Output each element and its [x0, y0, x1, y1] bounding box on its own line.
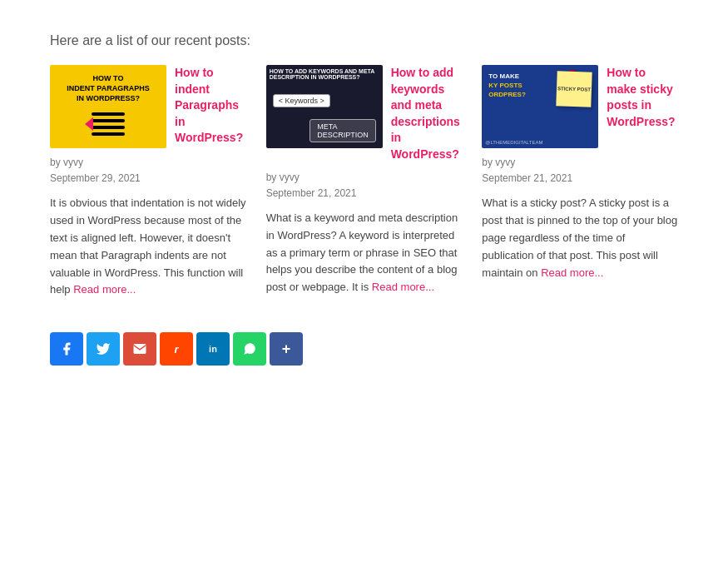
read-more-2[interactable]: Read more... — [372, 281, 434, 293]
post-excerpt-2: What is a keyword and meta description i… — [266, 210, 463, 296]
svg-rect-0 — [92, 112, 125, 116]
share-linkedin-button[interactable]: in — [196, 332, 230, 366]
post-meta-1: by vyvy September 29, 2021 — [50, 155, 246, 187]
svg-rect-1 — [92, 119, 125, 122]
share-more-button[interactable]: + — [270, 332, 303, 366]
post-meta-3: by vyvy September 21, 2021 — [482, 155, 678, 187]
thumbnail-1: HOW TOINDENT PARAGRAPHSIN WORDPRESS? — [50, 65, 166, 148]
thumb-2-inner: < Keywords > METADESCRIPTION — [266, 87, 383, 148]
twitter-icon — [96, 341, 111, 356]
whatsapp-icon — [242, 341, 257, 356]
post-meta-2: by vyvy September 21, 2021 — [266, 170, 463, 201]
keyword-box: < Keywords > — [273, 94, 330, 107]
post-excerpt-1: It is obvious that indentation is not wi… — [50, 195, 246, 299]
thumb-3-inner: TO MAKE KY POSTSORDPRES? STICKY POST @LT… — [482, 65, 598, 148]
post-top-2: HOW TO ADD KEYWORDS AND META DESCRIPTION… — [266, 65, 463, 163]
svg-marker-4 — [85, 117, 93, 131]
share-facebook-button[interactable] — [50, 332, 83, 366]
posts-grid: HOW TOINDENT PARAGRAPHSIN WORDPRESS? How… — [50, 65, 678, 299]
thumbnail-2: HOW TO ADD KEYWORDS AND META DESCRIPTION… — [266, 65, 383, 148]
sticky-note: STICKY POST — [557, 71, 592, 107]
read-more-1[interactable]: Read more... — [73, 283, 136, 296]
thumb-2-title: HOW TO ADD KEYWORDS AND META DESCRIPTION… — [270, 68, 379, 80]
indent-icon — [83, 109, 133, 139]
thumb-3-brand: @LTHEMEDIGITALTEAM — [485, 140, 542, 145]
thumbnail-3: TO MAKE KY POSTSORDPRES? STICKY POST @LT… — [482, 65, 598, 148]
meta-desc-box: METADESCRIPTION — [310, 119, 376, 142]
share-bar: r in + — [50, 332, 678, 366]
svg-rect-3 — [92, 132, 125, 136]
post-title-link-3[interactable]: How to make sticky posts in WordPress? — [607, 65, 678, 148]
share-email-button[interactable] — [123, 332, 156, 366]
thumb-1-text: HOW TOINDENT PARAGRAPHSIN WORDPRESS? — [67, 74, 149, 103]
post-excerpt-3: What is a sticky post? A sticky post is … — [482, 195, 678, 281]
post-card-1: HOW TOINDENT PARAGRAPHSIN WORDPRESS? How… — [50, 65, 246, 299]
post-top-3: TO MAKE KY POSTSORDPRES? STICKY POST @LT… — [482, 65, 678, 148]
post-title-link-2[interactable]: How to add keywords and meta description… — [391, 65, 463, 163]
share-twitter-button[interactable] — [87, 332, 120, 366]
post-top-1: HOW TOINDENT PARAGRAPHSIN WORDPRESS? How… — [50, 65, 246, 148]
section-title: Here are a list of our recent posts: — [50, 33, 678, 48]
email-icon — [132, 341, 147, 356]
read-more-3[interactable]: Read more... — [541, 266, 603, 279]
share-reddit-button[interactable]: r — [160, 332, 193, 366]
share-whatsapp-button[interactable] — [233, 332, 266, 366]
post-card-2: HOW TO ADD KEYWORDS AND META DESCRIPTION… — [266, 65, 463, 299]
svg-rect-2 — [92, 126, 125, 129]
facebook-icon — [59, 341, 74, 356]
post-card-3: TO MAKE KY POSTSORDPRES? STICKY POST @LT… — [482, 65, 678, 299]
post-title-link-1[interactable]: How to indent Paragraphs in WordPress? — [175, 65, 246, 148]
